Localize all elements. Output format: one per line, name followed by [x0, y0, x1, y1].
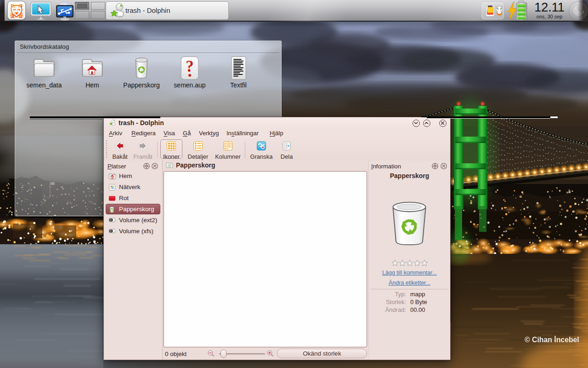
- svg-text:© Cihan İncebel: © Cihan İncebel: [525, 335, 579, 344]
- svg-text:?: ?: [186, 58, 193, 75]
